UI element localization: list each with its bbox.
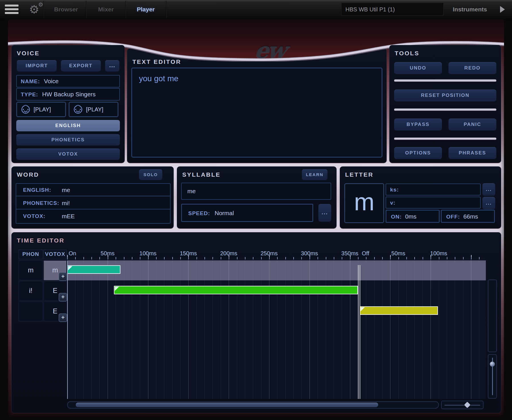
word-votox-field[interactable]: VOTOX: mEE xyxy=(16,210,170,223)
vertical-zoom-slider[interactable] xyxy=(488,354,497,399)
phrases-button[interactable]: PHRASES xyxy=(448,147,496,159)
voice-name-label: NAME: xyxy=(21,78,40,84)
syllable-speed-field[interactable]: SPEED:Normal xyxy=(181,204,313,222)
vertical-scroll-track[interactable] xyxy=(488,280,497,352)
add-letter-button[interactable]: + xyxy=(59,272,67,281)
tools-panel: TOOLS UNDO REDO RESET POSITION BYPASS PA… xyxy=(389,45,501,163)
ruler-label: 50ms xyxy=(101,250,114,257)
word-votox-value: mEE xyxy=(62,210,75,223)
tools-divider xyxy=(394,138,496,140)
top-nav-bar: ⚙⚙ Browser Mixer Player HBS WB Util P1 (… xyxy=(0,0,512,19)
ruler-label: 150ms xyxy=(180,250,197,257)
letter-keyswitch-field[interactable]: ks: xyxy=(386,184,481,195)
hamburger-menu-icon[interactable] xyxy=(5,5,19,14)
redo-button[interactable]: REDO xyxy=(448,62,496,74)
v-more-options-button[interactable]: ... xyxy=(482,197,495,209)
zoom-slider-thumb[interactable] xyxy=(464,402,471,408)
word-phonetics-label: PHONETICS: xyxy=(23,197,59,209)
word-phonetics-value: mi! xyxy=(62,197,70,209)
mode-votox-button[interactable]: VOTOX xyxy=(16,148,120,160)
horizontal-scrollbar[interactable] xyxy=(67,401,439,409)
speed-more-options-button[interactable]: ... xyxy=(318,204,331,222)
ruler-label: 100ms xyxy=(140,250,157,257)
letter-off-label: OFF: xyxy=(446,214,460,220)
letter-off-value: 66ms xyxy=(463,213,478,220)
ruler-label: 50ms xyxy=(391,250,405,257)
add-letter-button[interactable]: + xyxy=(59,293,67,301)
lyrics-text-input[interactable]: you got me xyxy=(131,68,382,158)
voice-type-value: HW Backup Singers xyxy=(42,91,96,97)
voice-type-field[interactable]: TYPE:HW Backup Singers xyxy=(16,88,120,101)
word-fields: ENGLISH: me PHONETICS: mi! VOTOX: mEE xyxy=(16,183,171,224)
export-button[interactable]: EXPORT xyxy=(61,60,101,72)
phoneme-cell[interactable]: i! xyxy=(19,281,43,301)
midi-play-button-1[interactable]: [PLAY] xyxy=(16,102,66,117)
letter-v-label: v: xyxy=(390,200,396,206)
ruler-label: 350ms xyxy=(341,250,359,257)
options-button[interactable]: OPTIONS xyxy=(394,147,442,159)
timeline-grid[interactable] xyxy=(67,259,486,399)
gear-icon[interactable]: ⚙⚙ xyxy=(28,2,43,17)
time-editor-table: PHON VOTOX On50ms100ms150ms200ms250ms300… xyxy=(19,250,497,399)
ruler-label: 100ms xyxy=(430,250,447,257)
zoom-slider-groove xyxy=(445,405,480,405)
tab-player[interactable]: Player xyxy=(128,0,164,19)
phoneme-cell[interactable] xyxy=(19,301,43,321)
note-on-marker xyxy=(67,261,68,399)
midi-play-button-2[interactable]: [PLAY] xyxy=(69,102,118,117)
horizontal-scrollbar-thumb[interactable] xyxy=(76,403,378,407)
time-editor-panel: TIME EDITOR PHON VOTOX On50ms100ms150ms2… xyxy=(11,232,501,413)
instruments-menu[interactable]: Instruments xyxy=(453,0,487,19)
letter-on-time-field[interactable]: ON:0ms xyxy=(386,210,440,223)
preset-selector[interactable]: HBS WB Util P1 (1) xyxy=(341,3,444,16)
undo-button[interactable]: UNDO xyxy=(394,62,442,74)
word-panel-title: WORD xyxy=(17,171,39,178)
tab-browser[interactable]: Browser xyxy=(46,0,86,19)
tools-divider xyxy=(394,109,496,111)
phon-column-header: PHON xyxy=(19,250,43,259)
nav-separator xyxy=(86,1,86,18)
word-phonetics-field[interactable]: PHONETICS: mi! xyxy=(16,197,170,209)
timeline-zoom-control[interactable] xyxy=(441,401,484,409)
midi-connector-icon xyxy=(21,104,31,115)
panic-button[interactable]: PANIC xyxy=(448,119,496,131)
ruler-label: Off xyxy=(362,250,369,257)
bypass-button[interactable]: BYPASS xyxy=(394,119,442,131)
solo-button[interactable]: SOLO xyxy=(139,169,162,180)
letter-on-label: ON: xyxy=(391,214,402,220)
votox-column-header: VOTOX xyxy=(44,250,67,259)
learn-button[interactable]: LEARN xyxy=(302,169,327,180)
voice-name-field[interactable]: NAME:Voice xyxy=(16,75,120,87)
play-triangle-icon[interactable] xyxy=(500,6,505,13)
phoneme-cell[interactable]: m xyxy=(19,260,43,280)
voice-more-options-button[interactable]: ... xyxy=(105,60,119,72)
current-letter-display: m xyxy=(344,183,384,223)
ks-more-options-button[interactable]: ... xyxy=(482,183,495,196)
tab-mixer[interactable]: Mixer xyxy=(88,0,124,19)
syllable-panel-title: SYLLABLE xyxy=(182,171,221,178)
word-english-value: me xyxy=(62,184,70,196)
midi-play-label: [PLAY] xyxy=(86,106,103,113)
mode-phonetics-button[interactable]: PHONETICS xyxy=(16,134,120,146)
letter-off-time-field[interactable]: OFF:66ms xyxy=(441,210,495,223)
time-editor-title: TIME EDITOR xyxy=(17,237,65,244)
midi-connector-icon xyxy=(73,104,83,115)
vertical-slider-thumb[interactable] xyxy=(490,362,495,367)
ruler-label: 300ms xyxy=(301,250,318,257)
reset-position-button[interactable]: RESET POSITION xyxy=(394,89,496,101)
import-button[interactable]: IMPORT xyxy=(17,60,57,72)
tools-divider xyxy=(394,79,496,82)
time-bar[interactable] xyxy=(360,306,438,315)
letter-velocity-field[interactable]: v: xyxy=(386,197,481,209)
midi-play-label: [PLAY] xyxy=(34,106,51,113)
nav-separator xyxy=(125,1,126,18)
word-votox-label: VOTOX: xyxy=(23,210,46,223)
nav-separator xyxy=(166,1,166,18)
add-letter-button[interactable]: + xyxy=(59,313,67,322)
time-bar[interactable] xyxy=(67,265,120,274)
word-english-field[interactable]: ENGLISH: me xyxy=(16,184,170,196)
voice-name-value: Voice xyxy=(44,78,58,84)
time-bar[interactable] xyxy=(114,286,358,294)
syllable-text-field[interactable]: me xyxy=(181,183,331,200)
mode-english-button[interactable]: ENGLISH xyxy=(16,120,120,131)
